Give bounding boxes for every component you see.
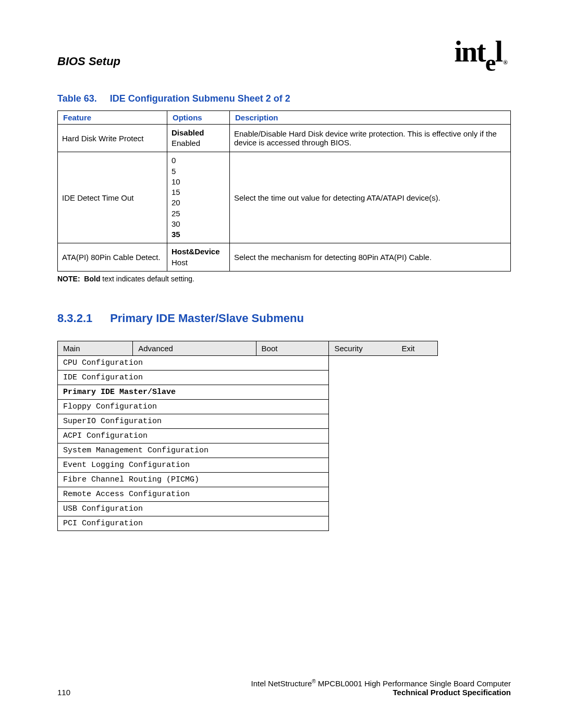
options-cell: DisabledEnabled [167,124,230,152]
col-feature: Feature [58,110,167,124]
option-value: 35 [172,229,225,240]
option-value: 10 [172,177,225,187]
menu-tab[interactable]: Security [329,341,397,355]
note-bold-word: Bold [84,275,100,283]
table-caption: Table 63. IDE Configuration Submenu Shee… [57,93,511,104]
option-value: 20 [172,198,225,208]
registered-icon: ® [312,678,315,684]
note-label: NOTE: [57,275,80,283]
menu-item[interactable]: CPU Configuration [58,355,329,370]
options-cell: 05101520253035 [167,152,230,243]
menu-tab[interactable]: Advanced [133,341,256,355]
menu-item[interactable]: ACPI Configuration [58,428,329,443]
option-value: Disabled [172,128,225,138]
menu-item[interactable]: Event Logging Configuration [58,458,329,472]
options-cell: Host&DeviceHost [167,243,230,272]
menu-item-row: ACPI Configuration [58,428,438,443]
option-value: 15 [172,187,225,198]
description-cell: Enable/Disable Hard Disk device write pr… [230,124,511,152]
menu-item[interactable]: System Management Configuration [58,443,329,458]
footer-line1: Intel NetStructure® MPCBL0001 High Perfo… [251,678,511,688]
menu-item-row: Remote Access Configuration [58,487,438,501]
menu-item[interactable]: Remote Access Configuration [58,487,329,501]
table-row: IDE Detect Time Out05101520253035Select … [58,152,511,243]
table-row: ATA(PI) 80Pin Cable Detect.Host&DeviceHo… [58,243,511,272]
menu-tabs-row: MainAdvancedBootSecurityExit [58,341,438,355]
menu-item[interactable]: USB Configuration [58,501,329,516]
intel-logo: intel® [454,42,511,68]
registered-icon: ® [503,59,507,66]
menu-item[interactable]: IDE Configuration [58,370,329,385]
menu-tab[interactable]: Boot [256,341,329,355]
menu-item[interactable]: Fibre Channel Routing (PICMG) [58,472,329,487]
table-note: NOTE: Bold text indicates default settin… [57,275,511,283]
description-cell: Select the mechanism for detecting 80Pin… [230,243,511,272]
option-value: Enabled [172,138,225,149]
menu-item-row: IDE Configuration [58,370,438,385]
feature-cell: IDE Detect Time Out [58,152,167,243]
footer-line2: Technical Product Specification [251,688,511,697]
menu-item-row: System Management Configuration [58,443,438,458]
feature-cell: Hard Disk Write Protect [58,124,167,152]
col-description: Description [230,110,511,124]
option-value: 5 [172,166,225,177]
menu-item-row: Event Logging Configuration [58,458,438,472]
menu-item-row: CPU Configuration [58,355,438,370]
page-footer: 110 Intel NetStructure® MPCBL0001 High P… [0,678,563,697]
bios-menu-table: MainAdvancedBootSecurityExit CPU Configu… [57,341,438,531]
menu-item-row: PCI Configuration [58,516,438,530]
menu-item-row: Floppy Configuration [58,399,438,414]
menu-item[interactable]: Floppy Configuration [58,399,329,414]
menu-item-row: Fibre Channel Routing (PICMG) [58,472,438,487]
menu-item-row: SuperIO Configuration [58,414,438,428]
description-cell: Select the time out value for detecting … [230,152,511,243]
menu-item-row: USB Configuration [58,501,438,516]
note-rest: text indicates default setting. [100,275,194,283]
page-title: BIOS Setup [57,55,120,68]
menu-tab[interactable]: Exit [397,341,438,355]
col-options: Options [167,110,230,124]
option-value: Host&Device [172,246,225,257]
option-value: 30 [172,219,225,229]
option-value: Host [172,257,225,268]
menu-item[interactable]: Primary IDE Master/Slave [58,385,329,399]
table-number: Table 63. [57,93,97,104]
page-header: BIOS Setup intel® [57,42,511,68]
menu-tab[interactable]: Main [58,341,133,355]
menu-item[interactable]: SuperIO Configuration [58,414,329,428]
table-title: IDE Configuration Submenu Sheet 2 of 2 [110,93,290,104]
page-number: 110 [57,688,70,697]
feature-cell: ATA(PI) 80Pin Cable Detect. [58,243,167,272]
menu-item-row: Primary IDE Master/Slave [58,385,438,399]
option-value: 25 [172,208,225,219]
section-heading: 8.3.2.1 Primary IDE Master/Slave Submenu [57,312,511,325]
option-value: 0 [172,155,225,166]
section-number: 8.3.2.1 [57,312,107,325]
section-title: Primary IDE Master/Slave Submenu [110,312,304,325]
table-header-row: Feature Options Description [58,110,511,124]
table-row: Hard Disk Write ProtectDisabledEnabledEn… [58,124,511,152]
menu-item[interactable]: PCI Configuration [58,516,329,530]
ide-config-table: Feature Options Description Hard Disk Wr… [57,110,511,272]
